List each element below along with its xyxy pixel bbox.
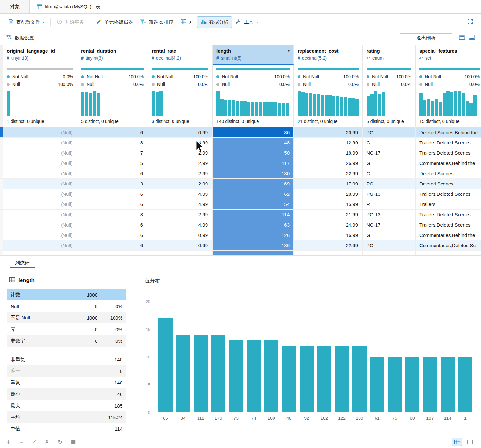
exit-profiling-button[interactable]: 退出剖析 (400, 33, 452, 42)
rating-cell[interactable]: PG (363, 179, 416, 189)
row-selector[interactable] (0, 168, 3, 178)
stat-row[interactable]: 最大185 (7, 400, 126, 411)
duration-cell[interactable]: 6 (77, 230, 148, 240)
apply-changes-icon[interactable]: ✓ (32, 439, 37, 445)
cost-cell[interactable]: 15.99 (294, 199, 363, 209)
row-selector[interactable] (0, 148, 3, 158)
cost-cell[interactable]: 24.99 (294, 220, 363, 230)
cost-cell[interactable]: 18.99 (294, 148, 363, 158)
features-cell[interactable]: Commentaries,Behind the (416, 230, 481, 240)
fullscreen-icon[interactable] (467, 18, 474, 26)
duration-cell[interactable]: 3 (77, 179, 148, 189)
orig-cell[interactable]: (Null) (3, 210, 77, 220)
tab-film-table[interactable]: film @sakila (MySQL) - 表 (30, 0, 108, 13)
orig-cell[interactable]: (Null) (3, 168, 77, 178)
duration-cell[interactable]: 6 (77, 127, 148, 137)
rate-cell[interactable]: 0.99 (148, 240, 213, 250)
row-selector[interactable] (0, 158, 3, 168)
column-header-rating[interactable]: ratingenum (363, 45, 416, 65)
stat-row[interactable]: 非数字00% (7, 335, 126, 347)
duration-cell[interactable]: 5 (77, 158, 148, 168)
length-cell[interactable]: 50 (213, 148, 294, 158)
row-selector[interactable] (0, 210, 3, 220)
column-profile-rating[interactable]: Not Null100.0%Null0.0%5 distinct, 0 uniq… (363, 65, 416, 127)
stat-row[interactable]: 唯一0 (7, 365, 126, 377)
features-cell[interactable]: Commentaries,Behind the (416, 158, 481, 168)
features-cell[interactable]: Trailers,Deleted Scenes (416, 148, 481, 158)
cost-cell[interactable]: 22.99 (294, 168, 363, 178)
row-selector[interactable] (0, 220, 3, 230)
stat-row[interactable]: 计数1000 (7, 289, 126, 300)
stat-row[interactable]: 非重复140 (7, 354, 126, 365)
rating-cell[interactable]: PG-13 (363, 189, 416, 199)
column-header-rental_rate[interactable]: rental_rate#decimal(4,2) (148, 45, 213, 65)
features-cell[interactable]: Trailers (416, 199, 481, 209)
column-profile-length[interactable]: Not Null100.0%Null0.0%140 distinct, 0 un… (213, 65, 294, 127)
rate-cell[interactable]: 2.99 (148, 148, 213, 158)
row-selector[interactable] (0, 199, 3, 209)
top-panel-toggle-icon[interactable] (459, 35, 465, 41)
orig-cell[interactable]: (Null) (3, 179, 77, 189)
form-view-button[interactable] (465, 438, 475, 446)
table-profile-button[interactable]: 表配置文件 ▾ (5, 16, 48, 28)
rating-cell[interactable]: PG (363, 240, 416, 250)
rate-cell[interactable]: 0.99 (148, 127, 213, 137)
rate-cell[interactable]: 0.99 (148, 230, 213, 240)
rate-cell[interactable]: 2.99 (148, 168, 213, 178)
row-selector[interactable] (0, 240, 3, 250)
rate-cell[interactable]: 2.99 (148, 210, 213, 220)
length-cell[interactable]: 117 (213, 158, 294, 168)
rating-cell[interactable]: NC-17 (363, 220, 416, 230)
features-cell[interactable]: Deleted Scenes (416, 168, 481, 178)
grid-view-button[interactable] (452, 438, 462, 446)
tab-column-statistics[interactable]: 列统计 (10, 256, 35, 268)
delete-record-icon[interactable]: − (19, 439, 23, 445)
length-cell[interactable]: 54 (213, 199, 294, 209)
orig-cell[interactable]: (Null) (3, 138, 77, 148)
orig-cell[interactable]: (Null) (3, 199, 77, 209)
table-row[interactable]: (Null)72.995018.99NC-17Trailers,Deleted … (0, 148, 481, 158)
cell-editor-button[interactable]: 单元格编辑器 (92, 16, 137, 28)
table-row[interactable]: (Null)64.995415.99RTrailers (0, 199, 481, 210)
length-cell[interactable]: 130 (213, 168, 294, 178)
column-profile-rental_duration[interactable]: Not Null100.0%Null0.0%5 distinct, 0 uniq… (77, 65, 148, 127)
cost-cell[interactable]: 12.99 (294, 138, 363, 148)
length-cell[interactable]: 114 (213, 210, 294, 220)
orig-cell[interactable]: (Null) (3, 230, 77, 240)
add-record-icon[interactable]: + (6, 439, 11, 445)
rate-cell[interactable]: 4.99 (148, 199, 213, 209)
cost-cell[interactable]: 26.99 (294, 158, 363, 168)
length-cell[interactable]: 86 (213, 127, 294, 137)
table-row[interactable]: (Null)60.9912616.99GCommentaries,Behind … (0, 230, 481, 240)
row-selector[interactable] (0, 179, 3, 189)
cost-cell[interactable]: 28.99 (294, 189, 363, 199)
row-selector[interactable] (0, 138, 3, 148)
duration-cell[interactable]: 6 (77, 199, 148, 209)
row-selector[interactable] (0, 230, 3, 240)
orig-cell[interactable]: (Null) (3, 189, 77, 199)
orig-cell[interactable]: (Null) (3, 240, 77, 250)
features-cell[interactable]: Trailers,Deleted Scenes (416, 220, 481, 230)
begin-transaction-button[interactable]: 开始事务 (53, 16, 88, 28)
column-profile-special_features[interactable]: Not Null100.0%Null0.0%15 distinct, 0 uni… (416, 65, 481, 127)
duration-cell[interactable]: 3 (77, 210, 148, 220)
features-cell[interactable]: Trailers,Deleted Scenes (416, 189, 481, 199)
column-header-special_features[interactable]: special_featuresset (416, 45, 481, 65)
table-row[interactable]: (Null)60.9913622.99PGCommentaries,Delete… (0, 240, 481, 251)
bottom-panel-toggle-icon[interactable] (469, 35, 475, 41)
column-header-rental_duration[interactable]: rental_duration#tinyint(3) (77, 45, 148, 65)
length-cell[interactable]: 48 (213, 138, 294, 148)
rate-cell[interactable]: 2.99 (148, 158, 213, 168)
cost-cell[interactable]: 21.99 (294, 210, 363, 220)
orig-cell[interactable]: (Null) (3, 158, 77, 168)
stat-row[interactable]: 中值114 (7, 423, 126, 435)
filter-sort-button[interactable]: 筛选 & 排序 (137, 17, 177, 28)
features-cell[interactable]: Deleted Scenes (416, 179, 481, 189)
data-settings-label[interactable]: 数据设置 (15, 35, 34, 41)
column-header-original_language_id[interactable]: original_language_id#tinyint(3) (3, 45, 77, 65)
duration-cell[interactable]: 7 (77, 148, 148, 158)
length-cell[interactable]: 136 (213, 240, 294, 250)
stat-row[interactable]: 零00% (7, 323, 126, 335)
data-analysis-button[interactable]: 数据分析 (197, 16, 232, 28)
table-row[interactable]: (Null)34.994812.99GTrailers,Deleted Scen… (0, 138, 481, 148)
